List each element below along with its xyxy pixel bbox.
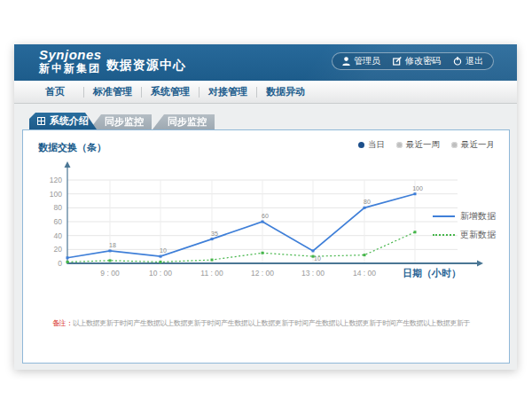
logo-text-en: Synjones <box>39 48 102 62</box>
radio-last-week[interactable]: 最近一周 <box>396 139 440 151</box>
power-icon <box>453 57 462 66</box>
footnote-text: 以上数据更新于时间产生数据以上数据更新于时间产生数据以上数据更新于时间产生数据以… <box>73 319 470 327</box>
legend-label: 新增数据 <box>460 210 496 223</box>
nav-item-home[interactable]: 首页 <box>29 85 81 98</box>
radio-last-month-label: 最近一月 <box>461 139 495 151</box>
user-menu[interactable]: 管理员 <box>342 55 380 67</box>
legend-item-new-data: 新增数据 <box>433 207 496 225</box>
svg-text:60: 60 <box>262 213 269 219</box>
svg-text:18: 18 <box>109 242 116 248</box>
grid-icon <box>37 117 45 125</box>
svg-text:日期（小时）: 日期（小时） <box>403 268 461 279</box>
svg-text:80: 80 <box>54 203 63 212</box>
svg-text:100: 100 <box>50 190 62 199</box>
app-title: 数据资源中心 <box>106 58 186 74</box>
legend-label: 更新数据 <box>460 229 496 241</box>
tab-sync-monitor-1[interactable]: 同步监控 <box>90 114 152 129</box>
radio-today[interactable]: 当日 <box>358 139 385 151</box>
change-password-label: 修改密码 <box>405 55 441 67</box>
radio-last-week-label: 最近一周 <box>406 139 440 151</box>
content-area: 系统介绍 同步监控 同步监控 数据交换（条） 当日 最近一周 最近一月 <box>14 104 517 364</box>
nav-item-standard-mgmt[interactable]: 标准管理 <box>87 85 138 98</box>
logo-text-cn: 新中新集团 <box>39 62 102 75</box>
svg-text:20: 20 <box>54 245 63 254</box>
svg-text:40: 40 <box>54 231 63 240</box>
main-nav: 首页 标准管理 系统管理 对接管理 数据异动 <box>14 81 517 104</box>
svg-text:10: 10 <box>160 247 167 254</box>
legend-line-solid <box>433 215 455 217</box>
svg-text:10: 10 <box>314 255 321 262</box>
radio-selected-icon <box>358 142 364 148</box>
radio-today-label: 当日 <box>368 139 385 151</box>
radio-unselected-icon <box>396 142 403 148</box>
logout-label: 退出 <box>466 55 483 67</box>
svg-text:80: 80 <box>364 199 371 205</box>
edit-icon <box>393 57 402 66</box>
nav-separator <box>199 87 200 98</box>
radio-unselected-icon <box>451 142 458 148</box>
chart-panel: 数据交换（条） 当日 最近一周 最近一月 0204060801001209 : … <box>22 129 510 364</box>
legend-line-dotted <box>433 234 455 236</box>
footnote-label: 备注： <box>52 319 73 327</box>
header: Synjones 新中新集团 数据资源中心 管理员 修改密码 退出 <box>14 44 517 81</box>
svg-text:35: 35 <box>211 231 218 237</box>
nav-item-interface-mgmt[interactable]: 对接管理 <box>202 85 254 98</box>
svg-text:12 : 00: 12 : 00 <box>251 269 274 278</box>
brand-logo: Synjones 新中新集团 <box>39 48 102 75</box>
period-selector: 当日 最近一周 最近一月 <box>358 139 495 151</box>
tab-bar: 系统介绍 同步监控 同步监控 <box>29 113 510 129</box>
tab-system-intro[interactable]: 系统介绍 <box>29 113 97 129</box>
nav-separator <box>141 87 142 98</box>
tab-label: 系统介绍 <box>50 113 89 129</box>
svg-text:13 : 00: 13 : 00 <box>301 269 325 278</box>
svg-text:9 : 00: 9 : 00 <box>100 269 120 278</box>
nav-separator <box>256 87 257 98</box>
radio-last-month[interactable]: 最近一月 <box>451 139 495 151</box>
nav-item-data-change[interactable]: 数据异动 <box>260 85 311 98</box>
chart-title: 数据交换（条） <box>38 141 106 154</box>
footnote: 备注：以上数据更新于时间产生数据以上数据更新于时间产生数据以上数据更新于时间产生… <box>52 318 470 329</box>
change-password-button[interactable]: 修改密码 <box>393 55 441 67</box>
svg-text:60: 60 <box>54 217 63 226</box>
nav-separator <box>83 87 84 98</box>
svg-text:11 : 00: 11 : 00 <box>200 269 223 278</box>
user-label: 管理员 <box>354 55 380 67</box>
svg-text:120: 120 <box>50 176 62 184</box>
legend-item-updated-data: 更新数据 <box>433 225 496 244</box>
tab-sync-monitor-2[interactable]: 同步监控 <box>153 114 215 129</box>
nav-item-system-mgmt[interactable]: 系统管理 <box>145 85 196 98</box>
app-window: Synjones 新中新集团 数据资源中心 管理员 修改密码 退出 首页 标准管… <box>14 44 517 370</box>
svg-text:10 : 00: 10 : 00 <box>149 269 172 278</box>
chart-legend: 新增数据 更新数据 <box>433 207 496 244</box>
svg-text:14 : 00: 14 : 00 <box>353 269 376 278</box>
svg-text:100: 100 <box>412 185 423 192</box>
user-icon <box>342 57 350 66</box>
user-toolbar: 管理员 修改密码 退出 <box>332 52 494 70</box>
svg-text:0: 0 <box>58 259 62 268</box>
logout-button[interactable]: 退出 <box>453 55 483 67</box>
